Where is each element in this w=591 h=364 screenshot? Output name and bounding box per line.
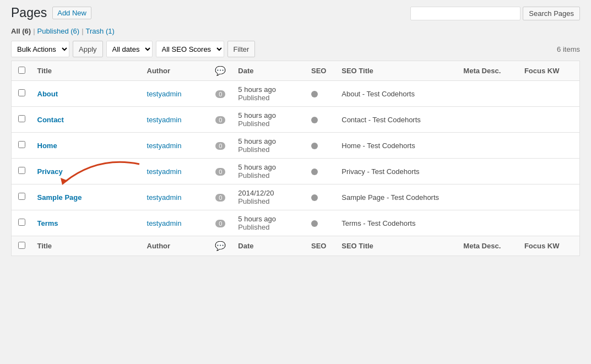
- checkbox-privacy[interactable]: [18, 167, 25, 174]
- meta-desc-cell-about: [458, 81, 519, 107]
- select-all-checkbox[interactable]: [18, 67, 25, 74]
- footer-seo: SEO: [306, 236, 336, 256]
- seo-scores-select[interactable]: All SEO Scores: [156, 41, 224, 57]
- title-cell-home: Home: [32, 133, 142, 159]
- seo-dot-contact: [311, 117, 318, 123]
- focus-kw-cell-contact: [519, 107, 580, 133]
- author-cell-terms: testyadmin: [142, 210, 209, 236]
- checkbox-sample-page[interactable]: [18, 193, 25, 200]
- footer-comment: 💬: [208, 236, 232, 256]
- subnav-trash[interactable]: Trash (1): [86, 27, 115, 35]
- row-checkbox-home: [12, 133, 32, 159]
- title-link-terms[interactable]: Terms: [37, 219, 58, 227]
- title-cell-contact: Contact: [32, 107, 142, 133]
- title-link-home[interactable]: Home: [37, 142, 57, 150]
- footer-checkbox[interactable]: [12, 236, 32, 256]
- date-cell-home: 5 hours agoPublished: [232, 133, 306, 159]
- date-text-privacy: 5 hours ago: [238, 163, 276, 171]
- title-link-contact[interactable]: Contact: [37, 116, 64, 124]
- author-cell-contact: testyadmin: [142, 107, 209, 133]
- table-row: Contacttestyadmin05 hours agoPublishedCo…: [12, 107, 580, 133]
- seo-title-cell-privacy: Privacy - Test Codehorts: [336, 159, 458, 184]
- subnav-all[interactable]: All (6): [11, 27, 31, 35]
- checkbox-home[interactable]: [18, 141, 25, 148]
- header-author: Author: [142, 61, 209, 81]
- table-row: Termstestyadmin05 hours agoPublishedTerm…: [12, 210, 580, 236]
- header-title: Title: [32, 61, 142, 81]
- focus-kw-cell-sample-page: [519, 184, 580, 210]
- author-link-contact[interactable]: testyadmin: [147, 116, 182, 124]
- seo-cell-privacy: [306, 159, 336, 184]
- checkbox-about[interactable]: [18, 89, 25, 96]
- seo-title-cell-contact: Contact - Test Codehorts: [336, 107, 458, 133]
- table-footer-row: Title Author 💬 Date SEO SEO Title Meta D…: [12, 236, 580, 256]
- footer-title: Title: [32, 236, 142, 256]
- seo-title-cell-home: Home - Test Codehorts: [336, 133, 458, 159]
- date-cell-contact: 5 hours agoPublished: [232, 107, 306, 133]
- seo-dot-about: [311, 91, 318, 97]
- comment-cell-home: 0: [208, 133, 232, 159]
- date-text-about: 5 hours ago: [238, 85, 276, 94]
- comment-cell-terms: 0: [208, 210, 232, 236]
- title-cell-privacy: Privacy: [32, 159, 142, 184]
- date-filter-select[interactable]: All dates: [106, 41, 153, 57]
- author-link-terms[interactable]: testyadmin: [147, 219, 182, 227]
- footer-date: Date: [232, 236, 306, 256]
- page-title: Pages: [11, 6, 47, 20]
- title-link-privacy[interactable]: Privacy: [37, 167, 63, 176]
- comment-cell-privacy: 0: [208, 159, 232, 184]
- sep2: |: [82, 27, 83, 35]
- header-seo: SEO: [306, 61, 336, 81]
- date-cell-terms: 5 hours agoPublished: [232, 210, 306, 236]
- status-text-home: Published: [238, 145, 300, 154]
- header-comment: 💬: [208, 61, 232, 81]
- author-link-home[interactable]: testyadmin: [147, 142, 182, 150]
- footer-meta-desc: Meta Desc.: [458, 236, 519, 256]
- comment-cell-sample-page: 0: [208, 184, 232, 210]
- seo-title-cell-terms: Terms - Test Codehorts: [336, 210, 458, 236]
- meta-desc-cell-contact: [458, 107, 519, 133]
- row-checkbox-terms: [12, 210, 32, 236]
- comment-badge-sample-page: 0: [215, 194, 225, 202]
- seo-cell-terms: [306, 210, 336, 236]
- subnav: All (6) | Published (6) | Trash (1): [11, 27, 580, 35]
- checkbox-terms[interactable]: [18, 219, 25, 226]
- title-cell-about: About: [32, 81, 142, 107]
- author-link-sample-page[interactable]: testyadmin: [147, 193, 182, 202]
- header-checkbox[interactable]: [12, 61, 32, 81]
- row-checkbox-contact: [12, 107, 32, 133]
- add-new-button[interactable]: Add New: [52, 7, 91, 19]
- select-all-footer-checkbox[interactable]: [18, 242, 25, 249]
- bulk-actions-select[interactable]: Bulk Actions: [11, 41, 69, 57]
- author-cell-home: testyadmin: [142, 133, 209, 159]
- subnav-published[interactable]: Published (6): [37, 27, 80, 35]
- sep1: |: [33, 27, 35, 35]
- seo-cell-sample-page: [306, 184, 336, 210]
- focus-kw-cell-about: [519, 81, 580, 107]
- search-pages-button[interactable]: Search Pages: [523, 7, 580, 20]
- seo-cell-contact: [306, 107, 336, 133]
- header-focus-kw: Focus KW: [519, 61, 580, 81]
- apply-button[interactable]: Apply: [73, 41, 103, 57]
- title-link-about[interactable]: About: [37, 90, 58, 98]
- date-text-home: 5 hours ago: [238, 137, 276, 145]
- title-link-sample-page[interactable]: Sample Page: [37, 193, 82, 202]
- author-link-privacy[interactable]: testyadmin: [147, 167, 182, 176]
- author-link-about[interactable]: testyadmin: [147, 90, 182, 98]
- focus-kw-cell-home: [519, 133, 580, 159]
- title-cell-sample-page: Sample Page: [32, 184, 142, 210]
- search-input[interactable]: [410, 7, 520, 20]
- status-text-contact: Published: [238, 119, 300, 128]
- items-count: 6 items: [557, 45, 580, 53]
- checkbox-contact[interactable]: [18, 115, 25, 122]
- filter-button[interactable]: Filter: [227, 41, 256, 57]
- date-text-terms: 5 hours ago: [238, 215, 276, 223]
- date-text-contact: 5 hours ago: [238, 111, 276, 119]
- footer-seo-title: SEO Title: [336, 236, 458, 256]
- seo-cell-about: [306, 81, 336, 107]
- seo-dot-privacy: [311, 169, 318, 175]
- comment-badge-home: 0: [215, 142, 225, 150]
- meta-desc-cell-terms: [458, 210, 519, 236]
- table-row: Abouttestyadmin05 hours agoPublishedAbou…: [12, 81, 580, 107]
- row-checkbox-about: [12, 81, 32, 107]
